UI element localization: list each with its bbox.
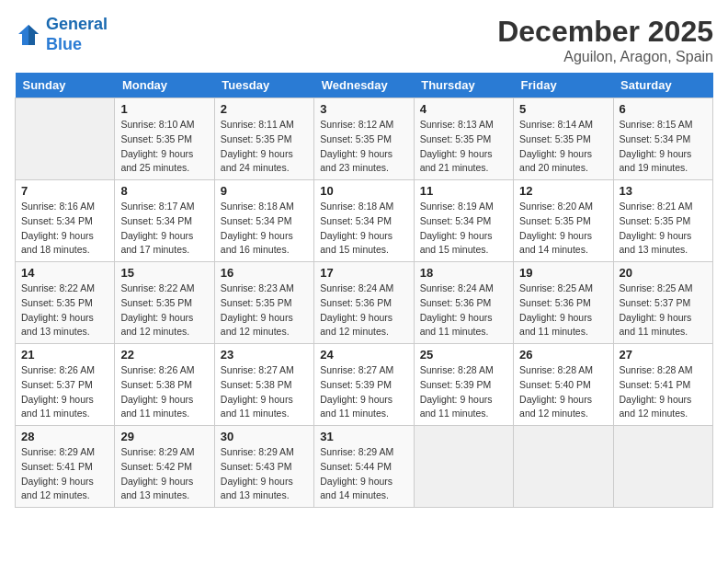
calendar-cell: 14Sunrise: 8:22 AM Sunset: 5:35 PM Dayli… — [16, 262, 115, 344]
day-info: Sunrise: 8:14 AM Sunset: 5:35 PM Dayligh… — [519, 118, 607, 176]
day-number: 4 — [420, 102, 507, 116]
weekday-header-saturday: Saturday — [613, 73, 712, 98]
day-info: Sunrise: 8:28 AM Sunset: 5:40 PM Dayligh… — [519, 363, 607, 421]
day-number: 11 — [420, 184, 507, 198]
weekday-header-tuesday: Tuesday — [214, 73, 313, 98]
weekday-header-friday: Friday — [514, 73, 613, 98]
day-number: 22 — [120, 348, 208, 362]
location-title: Aguilon, Aragon, Spain — [497, 49, 713, 65]
day-number: 27 — [620, 348, 707, 362]
weekday-header-monday: Monday — [115, 73, 214, 98]
calendar-week-3: 14Sunrise: 8:22 AM Sunset: 5:35 PM Dayli… — [16, 262, 713, 344]
day-info: Sunrise: 8:18 AM Sunset: 5:34 PM Dayligh… — [320, 200, 407, 258]
calendar-cell — [16, 98, 115, 180]
day-info: Sunrise: 8:16 AM Sunset: 5:34 PM Dayligh… — [21, 200, 108, 258]
calendar-cell: 23Sunrise: 8:27 AM Sunset: 5:38 PM Dayli… — [214, 344, 313, 426]
calendar-cell: 31Sunrise: 8:29 AM Sunset: 5:44 PM Dayli… — [314, 426, 414, 508]
day-number: 12 — [519, 184, 607, 198]
logo-line2: Blue — [46, 35, 82, 53]
calendar-cell: 6Sunrise: 8:15 AM Sunset: 5:34 PM Daylig… — [613, 98, 712, 180]
calendar-table: SundayMondayTuesdayWednesdayThursdayFrid… — [15, 73, 713, 508]
calendar-cell — [514, 426, 613, 508]
calendar-cell: 16Sunrise: 8:23 AM Sunset: 5:35 PM Dayli… — [214, 262, 313, 344]
calendar-cell: 27Sunrise: 8:28 AM Sunset: 5:41 PM Dayli… — [613, 344, 712, 426]
day-number: 7 — [21, 184, 108, 198]
day-number: 26 — [519, 348, 607, 362]
day-number: 17 — [320, 266, 407, 280]
calendar-cell: 24Sunrise: 8:27 AM Sunset: 5:39 PM Dayli… — [314, 344, 414, 426]
day-number: 16 — [221, 266, 308, 280]
day-info: Sunrise: 8:10 AM Sunset: 5:35 PM Dayligh… — [120, 118, 208, 176]
day-number: 31 — [320, 430, 407, 443]
page-header: General Blue December 2025 Aguilon, Arag… — [15, 15, 713, 65]
weekday-header-sunday: Sunday — [16, 73, 115, 98]
day-info: Sunrise: 8:21 AM Sunset: 5:35 PM Dayligh… — [620, 200, 707, 258]
day-info: Sunrise: 8:12 AM Sunset: 5:35 PM Dayligh… — [320, 118, 407, 176]
day-info: Sunrise: 8:23 AM Sunset: 5:35 PM Dayligh… — [221, 282, 308, 339]
day-info: Sunrise: 8:27 AM Sunset: 5:38 PM Dayligh… — [221, 363, 308, 421]
day-info: Sunrise: 8:24 AM Sunset: 5:36 PM Dayligh… — [420, 282, 507, 339]
day-number: 1 — [120, 102, 208, 116]
title-block: December 2025 Aguilon, Aragon, Spain — [497, 15, 713, 65]
calendar-cell — [414, 426, 513, 508]
day-number: 6 — [620, 102, 707, 116]
day-number: 30 — [221, 430, 308, 443]
calendar-cell: 28Sunrise: 8:29 AM Sunset: 5:41 PM Dayli… — [16, 426, 115, 508]
month-title: December 2025 — [497, 15, 713, 49]
calendar-cell: 5Sunrise: 8:14 AM Sunset: 5:35 PM Daylig… — [514, 98, 613, 180]
day-number: 18 — [420, 266, 507, 280]
logo-line1: General — [46, 15, 108, 33]
day-info: Sunrise: 8:26 AM Sunset: 5:37 PM Dayligh… — [21, 363, 108, 421]
calendar-cell: 12Sunrise: 8:20 AM Sunset: 5:35 PM Dayli… — [514, 180, 613, 262]
calendar-cell: 3Sunrise: 8:12 AM Sunset: 5:35 PM Daylig… — [314, 98, 414, 180]
calendar-cell: 29Sunrise: 8:29 AM Sunset: 5:42 PM Dayli… — [115, 426, 214, 508]
calendar-week-4: 21Sunrise: 8:26 AM Sunset: 5:37 PM Dayli… — [16, 344, 713, 426]
day-info: Sunrise: 8:18 AM Sunset: 5:34 PM Dayligh… — [221, 200, 308, 258]
day-number: 28 — [21, 430, 108, 443]
day-number: 29 — [120, 430, 208, 443]
day-info: Sunrise: 8:29 AM Sunset: 5:44 PM Dayligh… — [320, 445, 407, 503]
calendar-cell: 17Sunrise: 8:24 AM Sunset: 5:36 PM Dayli… — [314, 262, 414, 344]
day-info: Sunrise: 8:29 AM Sunset: 5:41 PM Dayligh… — [21, 445, 108, 503]
weekday-header-wednesday: Wednesday — [314, 73, 414, 98]
calendar-cell: 21Sunrise: 8:26 AM Sunset: 5:37 PM Dayli… — [16, 344, 115, 426]
day-number: 24 — [320, 348, 407, 362]
day-number: 2 — [221, 102, 308, 116]
day-number: 9 — [221, 184, 308, 198]
day-info: Sunrise: 8:17 AM Sunset: 5:34 PM Dayligh… — [120, 200, 208, 258]
day-info: Sunrise: 8:28 AM Sunset: 5:41 PM Dayligh… — [620, 363, 707, 421]
logo: General Blue — [15, 15, 108, 54]
calendar-cell: 20Sunrise: 8:25 AM Sunset: 5:37 PM Dayli… — [613, 262, 712, 344]
day-info: Sunrise: 8:11 AM Sunset: 5:35 PM Dayligh… — [221, 118, 308, 176]
svg-marker-1 — [28, 25, 39, 45]
calendar-cell: 15Sunrise: 8:22 AM Sunset: 5:35 PM Dayli… — [115, 262, 214, 344]
day-info: Sunrise: 8:28 AM Sunset: 5:39 PM Dayligh… — [420, 363, 507, 421]
day-number: 21 — [21, 348, 108, 362]
calendar-cell: 11Sunrise: 8:19 AM Sunset: 5:34 PM Dayli… — [414, 180, 513, 262]
day-info: Sunrise: 8:15 AM Sunset: 5:34 PM Dayligh… — [620, 118, 707, 176]
weekday-header-thursday: Thursday — [414, 73, 513, 98]
calendar-cell: 13Sunrise: 8:21 AM Sunset: 5:35 PM Dayli… — [613, 180, 712, 262]
calendar-cell: 9Sunrise: 8:18 AM Sunset: 5:34 PM Daylig… — [214, 180, 313, 262]
day-info: Sunrise: 8:25 AM Sunset: 5:36 PM Dayligh… — [519, 282, 607, 339]
day-number: 10 — [320, 184, 407, 198]
day-number: 15 — [120, 266, 208, 280]
day-info: Sunrise: 8:13 AM Sunset: 5:35 PM Dayligh… — [420, 118, 507, 176]
day-number: 25 — [420, 348, 507, 362]
day-info: Sunrise: 8:29 AM Sunset: 5:42 PM Dayligh… — [120, 445, 208, 503]
day-info: Sunrise: 8:29 AM Sunset: 5:43 PM Dayligh… — [221, 445, 308, 503]
day-number: 5 — [519, 102, 607, 116]
day-number: 8 — [120, 184, 208, 198]
calendar-cell: 4Sunrise: 8:13 AM Sunset: 5:35 PM Daylig… — [414, 98, 513, 180]
calendar-cell: 19Sunrise: 8:25 AM Sunset: 5:36 PM Dayli… — [514, 262, 613, 344]
calendar-cell: 18Sunrise: 8:24 AM Sunset: 5:36 PM Dayli… — [414, 262, 513, 344]
calendar-cell: 1Sunrise: 8:10 AM Sunset: 5:35 PM Daylig… — [115, 98, 214, 180]
logo-icon — [15, 21, 42, 49]
day-number: 23 — [221, 348, 308, 362]
day-info: Sunrise: 8:24 AM Sunset: 5:36 PM Dayligh… — [320, 282, 407, 339]
calendar-week-2: 7Sunrise: 8:16 AM Sunset: 5:34 PM Daylig… — [16, 180, 713, 262]
day-number: 20 — [620, 266, 707, 280]
calendar-cell: 25Sunrise: 8:28 AM Sunset: 5:39 PM Dayli… — [414, 344, 513, 426]
day-info: Sunrise: 8:22 AM Sunset: 5:35 PM Dayligh… — [21, 282, 108, 339]
day-number: 3 — [320, 102, 407, 116]
